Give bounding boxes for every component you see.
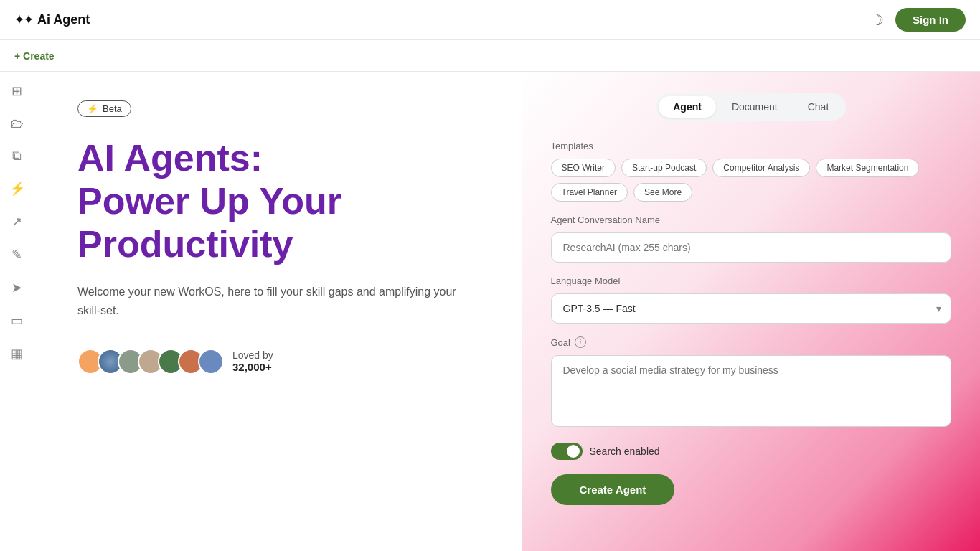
sign-in-button[interactable]: Sign In <box>895 8 966 32</box>
template-seo-writer[interactable]: SEO Writer <box>551 159 616 177</box>
sub-nav: + Create <box>0 40 980 72</box>
folder-icon[interactable]: 🗁 <box>11 116 24 131</box>
beta-badge: ⚡ Beta <box>77 100 131 117</box>
tab-document[interactable]: Document <box>717 96 792 118</box>
bolt-icon: ⚡ <box>87 103 98 114</box>
dark-mode-icon[interactable]: ☽ <box>871 11 884 29</box>
loved-by-label: Loved by <box>232 349 273 361</box>
toggle-row: Search enabled <box>551 443 952 460</box>
main-layout: ⊞ 🗁 ⧉ ⚡ ↗ ✎ ➤ ▭ ▦ ⚡ Beta AI Agents:Power… <box>0 72 980 551</box>
trending-up-icon[interactable]: ↗ <box>11 214 22 230</box>
tabs-container: Agent Document Chat <box>551 93 952 121</box>
avatars-row: Loved by 32,000+ <box>77 349 479 375</box>
lightning-icon[interactable]: ⚡ <box>9 181 25 197</box>
avatar-stack <box>77 349 224 375</box>
loved-by-section: Loved by 32,000+ <box>232 349 273 373</box>
language-model-select-wrapper: GPT-3.5 — Fast GPT-4 — Powerful Claude 3… <box>551 293 952 324</box>
goal-textarea[interactable] <box>551 355 952 427</box>
copy-icon[interactable]: ⧉ <box>12 149 22 164</box>
sidebar-toggle-icon[interactable]: ▦ <box>11 346 23 362</box>
sidebar: ⊞ 🗁 ⧉ ⚡ ↗ ✎ ➤ ▭ ▦ <box>0 72 34 551</box>
hero-title: AI Agents:Power Up YourProductivity <box>77 137 479 265</box>
create-agent-button[interactable]: Create Agent <box>551 474 675 505</box>
template-see-more[interactable]: See More <box>633 183 692 202</box>
template-competitor-analysis[interactable]: Competitor Analysis <box>712 159 810 177</box>
loved-count: 32,000+ <box>232 361 273 373</box>
right-panel: Agent Document Chat Templates SEO Writer… <box>522 72 981 551</box>
beta-label: Beta <box>103 103 122 114</box>
nav-right: ☽ Sign In <box>871 8 966 32</box>
conversation-name-input[interactable] <box>551 232 952 263</box>
conversation-name-label: Agent Conversation Name <box>551 215 952 225</box>
tab-agent[interactable]: Agent <box>659 96 716 118</box>
book-icon[interactable]: ▭ <box>11 313 23 329</box>
templates-row-2: Travel Planner See More <box>551 183 952 202</box>
info-icon: i <box>575 336 586 348</box>
goal-group: Goal i <box>551 336 952 430</box>
logo: ✦✦ Ai Agent <box>14 12 90 27</box>
templates-row-1: SEO Writer Start-up Podcast Competitor A… <box>551 159 952 177</box>
goal-label: Goal i <box>551 336 952 348</box>
tab-chat[interactable]: Chat <box>793 96 844 118</box>
language-model-select[interactable]: GPT-3.5 — Fast GPT-4 — Powerful Claude 3… <box>551 293 952 324</box>
pen-icon[interactable]: ✎ <box>11 247 22 263</box>
logo-stars-icon: ✦✦ <box>14 13 33 27</box>
template-travel-planner[interactable]: Travel Planner <box>551 183 628 202</box>
conversation-name-group: Agent Conversation Name <box>551 215 952 263</box>
templates-label: Templates <box>551 141 952 151</box>
send-icon[interactable]: ➤ <box>11 280 22 296</box>
tabs: Agent Document Chat <box>656 93 846 121</box>
search-enabled-toggle[interactable] <box>551 443 583 460</box>
avatar <box>198 349 224 375</box>
template-startup-podcast[interactable]: Start-up Podcast <box>621 159 707 177</box>
template-market-segmentation[interactable]: Market Segmentation <box>816 159 919 177</box>
logo-text: Ai Agent <box>37 12 90 27</box>
left-panel: ⚡ Beta AI Agents:Power Up YourProductivi… <box>34 72 522 551</box>
search-enabled-label: Search enabled <box>590 446 660 457</box>
grid-icon[interactable]: ⊞ <box>11 83 22 99</box>
templates-section: Templates SEO Writer Start-up Podcast Co… <box>551 141 952 202</box>
language-model-group: Language Model GPT-3.5 — Fast GPT-4 — Po… <box>551 276 952 324</box>
language-model-label: Language Model <box>551 276 952 286</box>
hero-subtitle: Welcome your new WorkOS, here to fill yo… <box>77 283 479 319</box>
top-nav: ✦✦ Ai Agent ☽ Sign In <box>0 0 980 40</box>
create-button[interactable]: + Create <box>14 50 55 62</box>
